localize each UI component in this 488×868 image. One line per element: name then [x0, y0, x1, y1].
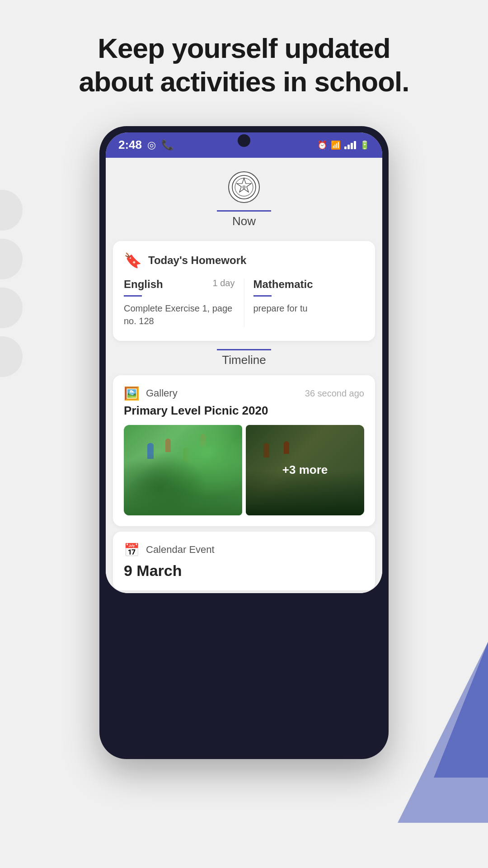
calendar-card-header: 📅 Calendar Event: [124, 542, 364, 557]
decorative-circles: [0, 190, 23, 377]
phone-frame: 2:48 ◎ 📞 ⏰ 📶 🔋: [99, 126, 389, 759]
battery-icon: 🔋: [360, 140, 370, 150]
status-icons-left: 2:48 ◎ 📞: [118, 138, 174, 152]
math-subject: Mathematic: [253, 278, 313, 291]
gallery-card-header: 🖼️ Gallery 36 second ago: [124, 386, 364, 401]
now-tab-label[interactable]: Now: [232, 214, 256, 228]
status-icons-right: ⏰ 📶 🔋: [317, 140, 370, 150]
music-icon: ◎: [147, 139, 156, 151]
photo-grid: +3 more: [124, 425, 364, 515]
status-time: 2:48: [118, 138, 142, 152]
phone-screen: 2:48 ◎ 📞 ⏰ 📶 🔋: [106, 132, 382, 593]
school-logo-area: Now: [106, 158, 382, 237]
calendar-card[interactable]: 📅 Calendar Event 9 March: [113, 532, 375, 590]
calendar-icon: 📅: [124, 542, 140, 557]
timeline-section: Timeline: [106, 344, 382, 373]
math-header-row: Mathematic: [253, 278, 365, 293]
gallery-time: 36 second ago: [305, 388, 364, 399]
homework-icon: 🔖: [124, 252, 142, 269]
gallery-type: Gallery: [146, 387, 178, 399]
photo-2[interactable]: +3 more: [246, 425, 364, 515]
calendar-type: Calendar Event: [146, 544, 215, 556]
timeline-tab-underline: [217, 349, 271, 350]
now-tab-underline: [217, 210, 271, 212]
homework-card-title: Today's Homework: [148, 254, 246, 267]
math-underline: [253, 295, 272, 297]
decorative-triangle-right2: [398, 642, 488, 823]
app-content: Now 🔖 Today's Homework English 1 day: [106, 158, 382, 593]
header-title: Keep yourself updated about activities i…: [79, 32, 409, 99]
more-photos-label: +3 more: [282, 463, 328, 477]
gallery-title: Primary Level Picnic 2020: [124, 404, 364, 418]
calendar-date: 9 March: [124, 562, 364, 580]
english-header-row: English 1 day: [124, 278, 235, 293]
gallery-card[interactable]: 🖼️ Gallery 36 second ago Primary Level P…: [113, 375, 375, 526]
svg-marker-2: [237, 178, 251, 192]
school-logo: [228, 171, 260, 203]
alarm-icon: ⏰: [317, 140, 327, 150]
english-task: Complete Exercise 1, page no. 128: [124, 303, 232, 326]
english-underline: [124, 295, 142, 297]
homework-item-math: Mathematic prepare for tu: [244, 278, 365, 327]
signal-bars: [344, 141, 356, 149]
gallery-icon: 🖼️: [124, 386, 140, 401]
camera-notch: [238, 134, 250, 147]
timeline-label[interactable]: Timeline: [222, 353, 266, 367]
math-task: prepare for tu: [253, 303, 308, 313]
svg-point-3: [242, 185, 246, 189]
photo-1[interactable]: [124, 425, 242, 515]
english-subject: English: [124, 278, 163, 291]
wifi-icon: 📶: [331, 140, 341, 150]
english-due: 1 day: [213, 278, 235, 288]
photo-overlay: +3 more: [246, 425, 364, 515]
homework-card: 🔖 Today's Homework English 1 day Complet…: [113, 241, 375, 341]
status-bar: 2:48 ◎ 📞 ⏰ 📶 🔋: [106, 132, 382, 158]
homework-items: English 1 day Complete Exercise 1, page …: [124, 278, 364, 327]
homework-item-english: English 1 day Complete Exercise 1, page …: [124, 278, 244, 327]
header-section: Keep yourself updated about activities i…: [52, 32, 436, 99]
homework-card-header: 🔖 Today's Homework: [124, 252, 364, 269]
phone-icon: 📞: [161, 139, 174, 151]
